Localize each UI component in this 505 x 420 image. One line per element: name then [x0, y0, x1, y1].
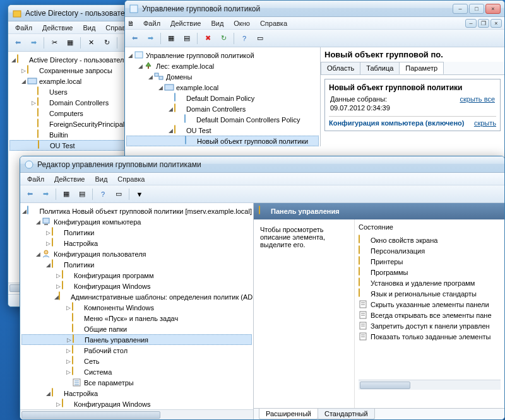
expand-icon[interactable] [30, 131, 37, 139]
tree-item[interactable]: ◢Настройка [21, 388, 252, 399]
tree-item[interactable]: ◢Конфигурация пользователя [21, 248, 252, 259]
menu-file[interactable]: Файл [11, 23, 37, 33]
hide-link[interactable]: скрыть [474, 119, 496, 127]
tree-item[interactable]: ▷Панель управления [21, 334, 252, 345]
expand-icon[interactable]: ◢ [146, 73, 154, 81]
menu-action[interactable]: Действие [38, 23, 77, 33]
copy-button[interactable]: ▦ [164, 32, 178, 45]
maximize-button[interactable]: □ [469, 4, 484, 14]
expand-icon[interactable]: ▷ [65, 336, 73, 344]
tree-item[interactable]: ◢Домены [126, 71, 319, 82]
tree-item[interactable]: ▷Система [21, 366, 252, 377]
close-button[interactable]: × [485, 4, 501, 14]
mdi-restore-button[interactable]: ❐ [478, 19, 489, 28]
tree-item[interactable]: ◢Domain Controllers [126, 103, 319, 114]
menu-action[interactable]: Действие [166, 18, 205, 28]
menu-view[interactable]: Вид [206, 18, 228, 28]
mdi-minimize-button[interactable]: – [465, 19, 477, 28]
expand-icon[interactable] [30, 120, 37, 128]
tree-item[interactable]: ◢Управление групповой политикой [126, 50, 319, 61]
expand-icon[interactable] [64, 315, 72, 322]
expand-icon[interactable]: ▷ [54, 400, 62, 408]
expand-icon[interactable]: ◢ [34, 250, 42, 258]
help-button[interactable]: ? [237, 32, 251, 45]
tree-item[interactable]: ▷Рабочий стол [21, 345, 252, 356]
list-item[interactable]: Принтеры [359, 256, 501, 267]
tree-item[interactable]: Все параметры [21, 377, 252, 388]
tree-item[interactable]: ▷Политики [21, 227, 252, 238]
view-large-button[interactable]: ▦ [59, 187, 73, 201]
tab-extended[interactable]: Расширенный [259, 409, 318, 419]
refresh-button[interactable]: ↻ [217, 32, 230, 45]
expand-icon[interactable] [177, 137, 185, 145]
list-item[interactable]: Всегда открывать все элементы пане [359, 310, 501, 320]
expand-icon[interactable]: ◢ [136, 62, 144, 70]
expand-icon[interactable]: ▷ [64, 358, 72, 365]
title-bar[interactable]: Управление групповой политикой – □ × [125, 1, 504, 17]
horizontal-scrollbar[interactable] [359, 380, 501, 390]
cut-button[interactable]: ✂ [47, 36, 61, 50]
tree-item[interactable]: Меню «Пуск» и панель задач [21, 313, 252, 324]
expand-icon[interactable]: ▷ [44, 229, 52, 236]
mdi-close-button[interactable]: × [490, 19, 502, 28]
expand-icon[interactable]: ▷ [44, 240, 52, 247]
tree-pane[interactable]: ◢Управление групповой политикой◢Лес: exa… [125, 47, 321, 146]
menu-file[interactable]: Файл [139, 18, 165, 28]
tree-item[interactable]: Default Domain Controllers Policy [126, 114, 319, 125]
expand-icon[interactable]: ◢ [44, 390, 52, 397]
forward-button[interactable]: ➡ [143, 32, 157, 45]
expand-icon[interactable]: ▷ [30, 99, 37, 107]
tree-item[interactable]: ◢Лес: example.local [126, 61, 319, 71]
tab-standard[interactable]: Стандартный [318, 409, 375, 419]
help-button[interactable]: ? [96, 187, 110, 201]
list-item[interactable]: Установка и удаление программ [359, 277, 501, 288]
forward-button[interactable]: ➡ [27, 36, 40, 50]
menu-file[interactable]: Файл [23, 174, 49, 184]
expand-icon[interactable]: ◢ [44, 261, 52, 269]
back-button[interactable]: ⬅ [128, 32, 141, 45]
expand-icon[interactable] [64, 379, 72, 387]
tree-item[interactable]: Default Domain Policy [126, 93, 319, 103]
menu-help[interactable]: Справка [113, 174, 149, 184]
tab-scope[interactable]: Область [321, 62, 360, 74]
expand-icon[interactable]: ▷ [20, 67, 27, 74]
view-details-button[interactable]: ▤ [75, 187, 89, 201]
minimize-button[interactable]: – [453, 4, 468, 14]
expand-icon[interactable]: ▷ [64, 368, 72, 376]
expand-icon[interactable] [30, 110, 37, 117]
list-item[interactable]: Запретить доступ к панели управлен [359, 320, 501, 331]
tab-table[interactable]: Таблица [360, 62, 400, 74]
tree-item[interactable]: ▷Настройка [21, 238, 252, 248]
expand-icon[interactable]: ◢ [34, 218, 42, 226]
expand-icon[interactable] [30, 88, 37, 96]
tree-item[interactable]: ▷Сеть [21, 356, 252, 366]
tree-item[interactable]: ◢Конфигурация компьютера [21, 216, 252, 227]
menu-action[interactable]: Действие [50, 174, 89, 184]
list-item[interactable]: Язык и региональные стандарты [359, 288, 501, 299]
expand-icon[interactable]: ◢ [157, 84, 164, 91]
back-button[interactable]: ⬅ [23, 187, 37, 201]
delete-button[interactable]: ✕ [84, 36, 98, 50]
collapse-icon[interactable]: ◢ [21, 207, 27, 215]
tree-item[interactable]: ▷Конфигурация Windows [21, 399, 252, 409]
expand-icon[interactable] [64, 325, 72, 333]
forward-button[interactable]: ➡ [39, 187, 52, 201]
tree-item[interactable]: ▷Компоненты Windows [21, 302, 252, 313]
expand-icon[interactable]: ▷ [54, 283, 62, 290]
expand-icon[interactable] [167, 95, 174, 102]
expand-icon[interactable]: ▷ [64, 304, 72, 312]
expand-icon[interactable]: ◢ [167, 127, 174, 134]
items-list[interactable]: Состояние Окно свойств экранаПерсонализа… [355, 219, 504, 408]
tree-item[interactable]: ▷Конфигурация Windows [21, 281, 252, 291]
expand-icon[interactable] [177, 116, 184, 124]
expand-icon[interactable]: ▷ [64, 347, 72, 354]
expand-icon[interactable]: ◢ [126, 52, 134, 59]
list-item[interactable]: Показать только заданные элементы [359, 331, 501, 342]
back-button[interactable]: ⬅ [11, 36, 25, 50]
menu-help[interactable]: Справка [256, 18, 292, 28]
title-bar[interactable]: Редактор управления групповыми политикам… [20, 156, 504, 173]
menu-view[interactable]: Вид [90, 174, 112, 184]
list-item[interactable]: Скрыть указанные элементы панели [359, 299, 501, 310]
delete-button[interactable]: ✖ [201, 32, 215, 45]
options-button[interactable]: ▭ [253, 32, 267, 45]
